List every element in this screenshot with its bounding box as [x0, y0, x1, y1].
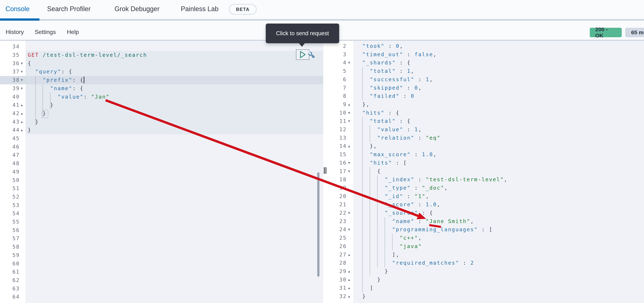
line-number: 30 — [335, 276, 347, 284]
beta-badge: BETA — [229, 4, 256, 14]
response-code-line: 30▴ } — [0, 276, 644, 284]
line-number: 10 — [335, 109, 347, 117]
fold-collapse-icon[interactable]: ▾ — [348, 117, 350, 125]
fold-expand-icon[interactable]: ▴ — [348, 276, 350, 284]
fold-collapse-icon[interactable]: ▾ — [348, 209, 350, 217]
code-text: "took" : 0, — [355, 42, 403, 50]
line-number: 31 — [335, 284, 347, 292]
line-number: 29 — [335, 267, 347, 276]
line-number: 28 — [335, 259, 347, 267]
line-number: 17 — [335, 167, 347, 176]
code-text: "java" — [355, 242, 422, 251]
line-number: 20 — [335, 192, 347, 201]
fold-expand-icon[interactable]: ▴ — [348, 267, 350, 276]
code-text: "timed_out" : false, — [355, 50, 437, 59]
fold-expand-icon[interactable]: ▴ — [348, 292, 350, 301]
code-text: }, — [355, 100, 370, 109]
code-text: "programming_languages" : [ — [355, 225, 493, 234]
console-editors: } 3435GET /test-dsl-term-level/_search36… — [0, 41, 644, 303]
response-code-line: 11▾ "total" : { — [0, 117, 644, 125]
line-number: 3 — [335, 50, 347, 59]
response-time-badge: 65 ms — [625, 28, 644, 37]
response-code-line: 17▾ { — [0, 167, 644, 176]
line-number: 5 — [335, 67, 347, 75]
response-code-line: 18 "_index" : "test-dsl-term-level", — [0, 175, 644, 184]
response-code-line: 5 "total" : 1, — [0, 67, 644, 75]
status-badge: 200 - OK — [590, 28, 622, 37]
response-code-line: 9▴ }, — [0, 100, 644, 109]
line-number: 6 — [335, 75, 347, 84]
code-text: "name" : "Jane Smith", — [355, 217, 474, 226]
code-text: "_type" : "_doc", — [355, 184, 448, 192]
fold-expand-icon[interactable]: ▴ — [348, 142, 350, 150]
line-number: 13 — [335, 134, 347, 142]
response-code-line: 27▴ ], — [0, 251, 644, 259]
code-text: "_shards" : { — [355, 59, 411, 67]
send-request-tooltip: Click to send request — [266, 23, 339, 43]
code-text: "_score" : 1.0, — [355, 200, 440, 209]
response-code-line: 24▾ "programming_languages" : [ — [0, 225, 644, 234]
response-code-line: 31▴ ] — [0, 284, 644, 292]
fold-collapse-icon[interactable]: ▾ — [348, 167, 350, 176]
code-text: } — [355, 292, 366, 301]
response-code-line: 32▴ } — [0, 292, 644, 301]
response-code-line: 19 "_type" : "_doc", — [0, 184, 644, 192]
code-text: "total" : { — [355, 117, 411, 125]
code-text: "value" : 1, — [355, 125, 422, 134]
code-text: ] — [355, 284, 374, 292]
code-text: "relation" : "eq" — [355, 134, 440, 142]
code-text: "_index" : "test-dsl-term-level", — [355, 175, 508, 184]
response-code-line: 13 "relation" : "eq" — [0, 134, 644, 142]
response-code-line: 14▴ }, — [0, 142, 644, 150]
line-number: 23 — [335, 217, 347, 226]
code-text: { — [355, 167, 381, 176]
line-number: 27 — [335, 251, 347, 259]
tab-grok-debugger[interactable]: Grok Debugger — [114, 5, 160, 13]
fold-expand-icon[interactable]: ▴ — [348, 100, 350, 109]
response-code-line: 23 "name" : "Jane Smith", — [0, 217, 644, 226]
line-number: 18 — [335, 175, 347, 184]
kibana-dev-tools-console: { "tabs": { "items": [ {"label": "Consol… — [0, 0, 644, 303]
send-request-button[interactable] — [296, 49, 310, 60]
fold-expand-icon[interactable]: ▴ — [348, 284, 350, 292]
line-number: 25 — [335, 234, 347, 242]
code-text: "skipped" : 0, — [355, 84, 422, 92]
tab-console[interactable]: Console — [6, 5, 30, 13]
code-text: "successful" : 1, — [355, 75, 433, 84]
response-code-line: 21 "_score" : 1.0, — [0, 200, 644, 209]
dev-tools-tabbar: Console Search Profiler Grok Debugger Pa… — [0, 0, 644, 21]
fold-collapse-icon[interactable]: ▾ — [348, 159, 350, 167]
line-number: 16 — [335, 159, 347, 167]
response-code-line: 8 "failed" : 0 — [0, 92, 644, 100]
menu-history[interactable]: History — [6, 29, 24, 35]
code-text: "max_score" : 1.0, — [355, 150, 437, 159]
menu-help[interactable]: Help — [67, 29, 79, 35]
panel-resize-handle[interactable] — [324, 167, 326, 174]
code-text: "hits" : { — [355, 109, 400, 117]
play-icon — [296, 50, 309, 59]
response-code-line: 10▾ "hits" : { — [0, 109, 644, 117]
fold-expand-icon[interactable]: ▴ — [348, 251, 350, 259]
fold-collapse-icon[interactable]: ▾ — [348, 225, 350, 234]
code-text: }, — [355, 142, 377, 150]
request-options-wrench-icon[interactable] — [308, 51, 316, 59]
response-code-line: 16▾ "hits" : [ — [0, 159, 644, 167]
menu-settings[interactable]: Settings — [35, 29, 56, 35]
line-number: 15 — [335, 150, 347, 159]
code-text: ], — [355, 251, 400, 259]
response-code-line: 3 "timed_out" : false, — [0, 50, 644, 59]
code-text: "total" : 1, — [355, 67, 414, 75]
left-editor-scrollbar[interactable] — [317, 172, 320, 277]
tab-painless-lab[interactable]: Painless Lab — [181, 5, 218, 13]
code-text: "required_matches" : 2 — [355, 259, 474, 267]
code-text: } — [355, 276, 381, 284]
response-code-line: 7 "skipped" : 0, — [0, 84, 644, 92]
fold-collapse-icon[interactable]: ▾ — [348, 109, 350, 117]
line-number: 8 — [335, 92, 347, 100]
code-text: "_source" : { — [355, 209, 433, 217]
response-code-line: 4▾ "_shards" : { — [0, 59, 644, 67]
fold-collapse-icon[interactable]: ▾ — [348, 59, 350, 67]
tab-search-profiler[interactable]: Search Profiler — [47, 5, 90, 13]
line-number: 19 — [335, 184, 347, 192]
response-code-line: 20 "_id" : "1", — [0, 192, 644, 201]
